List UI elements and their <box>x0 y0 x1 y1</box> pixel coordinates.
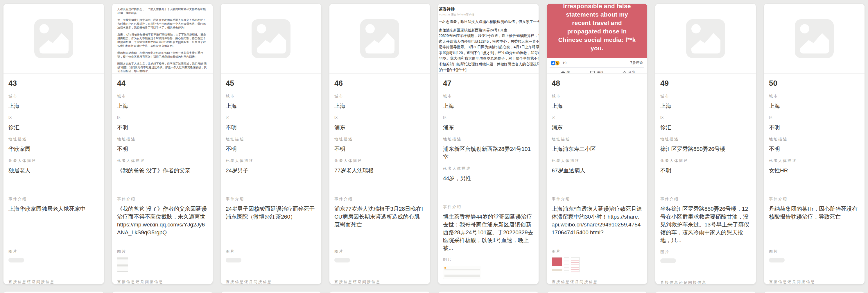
field-city-label: 城市 <box>226 94 316 99</box>
next-row-card-top[interactable] <box>655 291 756 293</box>
card-body: 50 城市 上海 区 不明 地址描述 不明 死者大体描述 女性HR 事件介绍 丹… <box>764 74 865 284</box>
attachment-thumbnail-document[interactable] <box>117 257 128 272</box>
field-deceased-label: 死者大体描述 <box>769 158 860 164</box>
field-image-label: 图片 <box>769 249 860 254</box>
case-card[interactable]: 50 城市 上海 区 不明 地址描述 不明 死者大体描述 女性HR 事件介绍 丹… <box>764 3 865 284</box>
field-deceased: 死者大体描述 24岁男子 <box>226 158 316 191</box>
attachment-thumbnail[interactable] <box>226 258 241 262</box>
image-attachments <box>443 266 534 282</box>
facebook-comment-count[interactable]: 7条评论 <box>630 60 643 65</box>
field-event-label: 事件介绍 <box>769 197 860 202</box>
field-district-value: 浦东 <box>443 123 534 131</box>
next-row-card-top[interactable] <box>438 291 539 293</box>
next-row-card-top[interactable] <box>329 291 430 293</box>
field-district-label: 区 <box>552 115 642 120</box>
attachment-thumbnail-weibo[interactable] <box>443 266 482 279</box>
field-city: 城市 上海 <box>552 94 642 110</box>
field-district-label: 区 <box>8 115 99 120</box>
field-address-value: 徐汇区罗秀路850弄26号楼 <box>660 145 751 153</box>
field-district: 区 浦东 <box>334 115 425 131</box>
field-address: 地址描述 上海浦东寿二小区 <box>552 137 642 153</box>
field-deceased: 死者大体描述 不明 <box>660 158 751 191</box>
image-attachments <box>117 257 208 273</box>
case-card[interactable]: 45 城市 上海 区 不明 地址描述 不明 死者大体描述 24岁男子 事件介绍 … <box>220 3 321 284</box>
case-card[interactable]: 43 城市 上海 区 徐汇 地址描述 华欣家园 死者大体描述 独居老人 事件介绍… <box>3 3 104 284</box>
field-address-label: 地址描述 <box>334 137 425 142</box>
field-deceased-label: 死者大体描述 <box>443 166 534 171</box>
field-city-value: 上海 <box>443 102 534 110</box>
field-image-label: 图片 <box>552 249 642 254</box>
field-image-label: 图片 <box>226 249 316 254</box>
attachment-thumbnail-red-post[interactable] <box>552 257 562 272</box>
field-district-label: 区 <box>660 115 751 120</box>
attachment-thumbnail[interactable] <box>8 258 24 262</box>
field-district-label: 区 <box>769 115 860 120</box>
facebook-like-button[interactable]: 赞 <box>550 70 581 74</box>
facebook-reactions: 19 <box>551 61 566 65</box>
field-event: 事件介绍 《我的爸爸 没了》作者的父亲因延误治疗而不得不高位截肢，未久遍离世 h… <box>117 197 208 243</box>
facebook-comment-button[interactable]: 评论 <box>581 70 613 74</box>
next-row-card-top[interactable] <box>3 291 104 293</box>
field-deceased-value: 《我的爸爸 没了》作者的父亲 <box>117 167 208 191</box>
field-direct: 直接信息还是间接信息 身边信息 <box>552 279 642 284</box>
field-deceased-label: 死者大体描述 <box>660 158 751 164</box>
facebook-engagement-row: 19 7条评论 <box>547 58 647 67</box>
field-address-value: 不明 <box>334 145 425 153</box>
field-event: 事件介绍 24岁男子因核酸而延误治疗而猝死于浦东医院（微博@红茶260） <box>226 197 316 243</box>
case-card[interactable]: 46 城市 上海 区 浦东 地址描述 不明 死者大体描述 77岁老人沈瑞根 事件… <box>329 3 430 284</box>
field-event-label: 事件介绍 <box>226 197 316 202</box>
attachment-thumbnail[interactable] <box>334 258 350 262</box>
facebook-status-text: Irresponsible and falsestatements about … <box>558 4 636 52</box>
field-image: 图片 <box>769 249 860 274</box>
field-event-label: 事件介绍 <box>334 197 425 202</box>
field-deceased: 死者大体描述 《我的爸爸 没了》作者的父亲 <box>117 158 208 191</box>
attachment-thumbnail-chat[interactable] <box>564 257 569 272</box>
field-direct: 直接信息还是间接信息 网络信息 <box>8 279 99 284</box>
field-address: 地址描述 不明 <box>769 137 860 153</box>
field-city-value: 上海 <box>769 102 860 110</box>
field-image: 图片 <box>334 249 425 274</box>
field-address-value: 浦东新区唐镇创新西路28弄24号101室 <box>443 145 534 161</box>
case-number: 48 <box>552 79 642 88</box>
attachment-thumbnail[interactable] <box>660 258 676 263</box>
field-image-label: 图片 <box>117 249 208 254</box>
weibo-post-screenshot: 茶香禅静 4-2 02:31 来自 iPhone客户端 一名志愿者，昨日我投入路… <box>438 4 538 74</box>
field-address-value: 不明 <box>226 145 316 153</box>
field-event: 事件介绍 浦东77岁老人沈瑞根于3月28日晚在ICU病房因长期末肾透析造成的心肌… <box>334 197 425 243</box>
case-number: 45 <box>226 79 316 88</box>
image-attachments <box>8 257 99 273</box>
field-city: 城市 上海 <box>334 94 425 110</box>
next-row-card-top[interactable] <box>547 291 648 293</box>
case-card[interactable]: 茶香禅静 4-2 02:31 来自 iPhone客户端 一名志愿者，昨日我投入路… <box>438 3 539 284</box>
case-number: 44 <box>117 79 208 88</box>
facebook-status-background: Irresponsible and falsestatements about … <box>547 4 647 58</box>
facebook-share-button[interactable]: 分享 <box>613 70 644 74</box>
next-row-card-top[interactable] <box>220 291 321 293</box>
next-row-card-top[interactable] <box>112 291 213 293</box>
field-image-label: 图片 <box>8 249 99 254</box>
card-cover <box>764 4 865 74</box>
field-deceased: 死者大体描述 女性HR <box>769 158 860 191</box>
case-card[interactable]: Irresponsible and falsestatements about … <box>547 3 648 284</box>
field-deceased: 死者大体描述 77岁老人沈瑞根 <box>334 158 425 191</box>
case-card[interactable]: 49 城市 上海 区 徐汇 地址描述 徐汇区罗秀路850弄26号楼 死者大体描述… <box>655 3 756 284</box>
field-city-value: 上海 <box>334 102 425 110</box>
weibo-mentions: 海发布 @News上海 @上海12345 @上海市市民信箱 @上海市志愿者协会 <box>439 73 538 74</box>
field-city-label: 城市 <box>117 94 208 99</box>
field-image: 图片 <box>443 257 534 283</box>
field-city-value: 上海 <box>117 102 208 110</box>
field-image: 图片 <box>117 249 208 274</box>
field-image: 图片 <box>8 249 99 274</box>
field-deceased-value: 77岁老人沈瑞根 <box>334 167 425 191</box>
article-screenshot: 人都没有这样的机会，一个病人需要几十个人的同时帮助和关怀才有可能获得一丝的机会！… <box>112 4 213 74</box>
field-city-value: 上海 <box>660 102 751 110</box>
next-row-card-top[interactable] <box>764 291 865 293</box>
case-card[interactable]: 人都没有这样的机会，一个病人需要几十个人的同时帮助和关怀才有可能获得一丝的机会！… <box>112 3 213 284</box>
weibo-body-text: 一名志愿者，昨日我投入路浦西核酸检测的队伍，但是累了一天后晚上接家住浦东新区唐镇… <box>439 19 538 73</box>
field-deceased-value: 24岁男子 <box>226 167 316 191</box>
field-deceased: 死者大体描述 67岁血透病人 <box>552 158 642 191</box>
field-city-value: 上海 <box>552 102 642 110</box>
field-address-label: 地址描述 <box>117 137 208 142</box>
attachment-thumbnail[interactable] <box>769 258 785 262</box>
attachment-thumbnail-list[interactable] <box>571 257 580 272</box>
